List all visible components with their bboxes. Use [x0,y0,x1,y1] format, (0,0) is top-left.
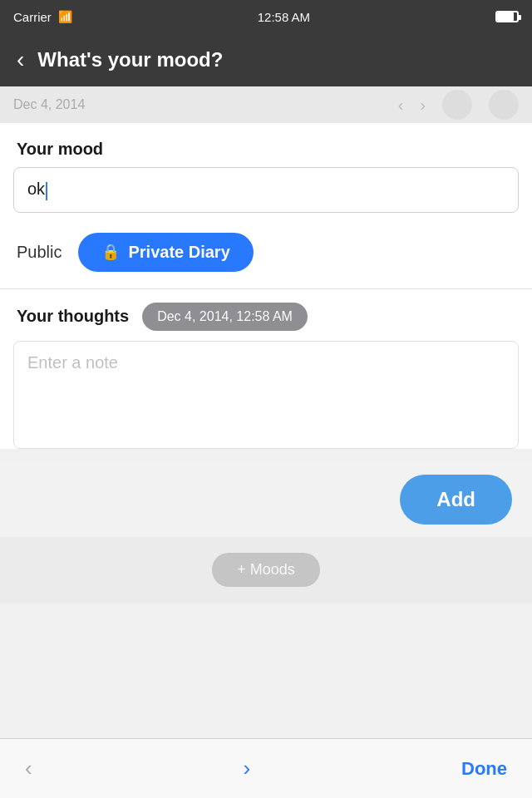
bg-arrow-right: › [420,96,426,115]
mood-input-wrapper[interactable]: ok [13,167,519,213]
bg-circle-2 [489,90,519,120]
wifi-icon: 📶 [58,10,72,23]
bottom-back-arrow[interactable]: ‹ [25,756,32,781]
add-row: Add [0,462,532,537]
bg-arrow-left: ‹ [398,96,404,115]
bg-arrows: ‹ › [398,90,519,120]
time-label: 12:58 AM [258,10,310,24]
status-bar: Carrier 📶 12:58 AM [0,0,532,33]
page-title: What's your mood? [37,48,223,71]
bottom-toolbar: ‹ › Done [0,738,532,798]
lock-icon: 🔒 [101,243,120,261]
bottom-forward-arrow[interactable]: › [244,756,251,781]
status-bar-left: Carrier 📶 [13,10,72,24]
private-diary-label: Private Diary [128,243,229,262]
bg-date-text: Dec 4, 2014 [13,97,85,112]
moods-bg-button[interactable]: + Moods [212,553,320,587]
toggle-row: Public 🔒 Private Diary [0,226,532,288]
battery-icon [495,11,519,22]
mood-input-value[interactable]: ok [27,180,45,198]
public-toggle-button[interactable]: Public [17,243,62,262]
bg-date-row: Dec 4, 2014 ‹ › [0,86,532,123]
bg-circle-1 [442,90,472,120]
mood-section-label: Your mood [0,123,532,167]
back-button[interactable]: ‹ [17,48,24,71]
date-badge: Dec 4, 2014, 12:58 AM [142,303,308,331]
carrier-label: Carrier [13,10,52,24]
moods-bg-section: + Moods [0,537,532,603]
done-button[interactable]: Done [461,758,507,780]
note-placeholder: Enter a note [27,353,118,372]
text-cursor [46,182,47,200]
thoughts-section-label: Your thoughts [17,307,129,326]
note-textarea-wrapper[interactable]: Enter a note [13,341,519,449]
add-button[interactable]: Add [400,475,512,525]
private-diary-toggle-button[interactable]: 🔒 Private Diary [78,233,253,272]
nav-bar: ‹ What's your mood? [0,33,532,86]
spacer [0,603,532,628]
thoughts-row: Your thoughts Dec 4, 2014, 12:58 AM [0,289,532,341]
main-content: Your mood ok Public 🔒 Private Diary Your… [0,123,532,449]
